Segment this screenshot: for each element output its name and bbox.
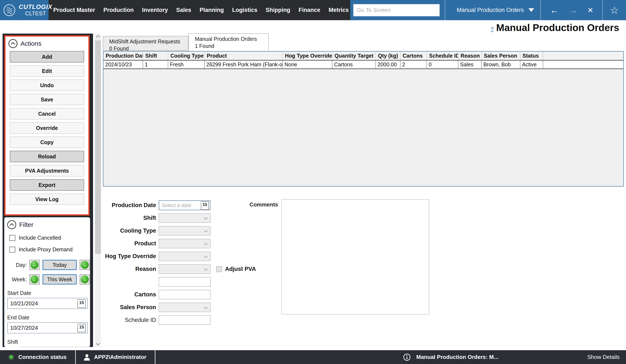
menu-sales[interactable]: Sales [176,7,192,13]
forward-arrow-icon[interactable]: → [569,6,578,15]
quantity-input[interactable] [159,277,211,287]
undo-button[interactable]: Undo [10,79,84,91]
menu-logistics[interactable]: Logistics [232,7,257,13]
cancel-button[interactable]: Cancel [10,108,84,120]
previous-day-button[interactable]: ← [29,260,39,270]
cell-quantity-target[interactable]: Cartons [332,60,376,69]
reload-button[interactable]: Reload [10,151,84,162]
next-day-button[interactable]: → [80,260,90,270]
pva-adjustments-button[interactable]: PVA Adjustments [10,165,84,176]
tab-midshift-adjustment-requests[interactable]: MidShift Adjustment Requests 0 Found [103,36,189,51]
collapse-chevron-icon[interactable] [8,39,17,48]
filter-panel-header[interactable]: Filter [7,220,90,229]
tab-manual-production-orders[interactable]: Manual Production Orders 1 Found [189,33,269,51]
sales-person-label: Sales Person [103,304,159,311]
shift-dropdown[interactable] [159,213,211,223]
cell-reason[interactable]: Sales [458,60,481,69]
cooling-type-dropdown[interactable] [159,226,211,235]
column-header[interactable]: Shift [143,52,168,60]
cell-schedule-id[interactable]: 0 [427,60,458,69]
help-link[interactable]: ? [491,26,494,33]
scrollbar-thumb[interactable] [95,40,101,254]
hog-type-override-dropdown[interactable] [159,252,211,261]
cell-production-date[interactable]: 2024/10/23 [104,60,143,69]
column-header[interactable]: Status [520,52,543,60]
start-date-input[interactable] [8,300,72,307]
schedule-id-label: Schedule ID [103,317,159,323]
edit-button[interactable]: Edit [10,65,84,77]
calendar-icon[interactable]: 15 [78,299,86,308]
back-arrow-icon[interactable]: ← [550,6,559,15]
actions-panel-header[interactable]: Actions [5,36,88,48]
end-date-input[interactable] [8,325,72,331]
menu-product-master[interactable]: Product Master [53,7,95,13]
right-arrow-icon: → [81,261,89,269]
include-cancelled-checkbox[interactable] [9,235,15,241]
export-button[interactable]: Export [10,179,84,191]
scroll-down-icon[interactable] [96,341,100,345]
include-proxy-demand-checkbox[interactable] [9,247,15,253]
menu-finance[interactable]: Finance [299,7,320,13]
column-header[interactable]: Product [204,52,282,60]
save-button[interactable]: Save [10,94,84,105]
next-week-button[interactable]: → [80,274,90,285]
top-bar: CUTLOGIX CLTEST Product Master Productio… [0,0,626,20]
override-button[interactable]: Override [10,122,84,134]
favorite-star-icon[interactable]: ☆ [603,5,626,15]
table-row[interactable]: 2024/10/23 1 Fresh 26299 Fresh Pork Ham … [104,60,623,69]
column-header[interactable]: Reason [458,52,481,60]
page-title-row: ? Manual Production Orders [491,22,619,33]
menu-planning[interactable]: Planning [199,7,224,13]
this-week-button[interactable]: This Week [42,274,77,285]
cell-cartons[interactable]: 2 [400,60,427,69]
column-header[interactable]: Hog Type Override [282,52,332,60]
column-header[interactable]: Production Date [104,52,143,60]
copy-button[interactable]: Copy [10,136,84,148]
calendar-icon[interactable]: 15 [201,201,209,210]
screen-selector-dropdown[interactable]: Manual Production Orders [450,0,540,20]
view-log-button[interactable]: View Log [10,194,84,205]
product-dropdown[interactable] [159,239,211,248]
reason-dropdown[interactable] [159,264,211,274]
column-header[interactable]: Schedule ID [427,52,458,60]
chevron-down-icon [528,8,534,12]
go-to-screen-input[interactable] [353,4,440,16]
column-header[interactable]: Qty (kg) [376,52,400,60]
cell-status[interactable]: Active [520,60,543,69]
column-header[interactable]: Quantity Target [332,52,376,60]
column-header[interactable]: Cartons [400,52,427,60]
previous-week-button[interactable]: ← [29,274,39,285]
cell-hog-type-override[interactable]: None [282,60,332,69]
cartons-input[interactable] [159,290,211,299]
collapse-chevron-icon[interactable] [7,220,16,229]
adjust-pva-checkbox[interactable] [216,266,222,272]
menu-inventory[interactable]: Inventory [142,7,168,13]
cell-sales-person[interactable]: Brown, Bob [481,60,520,69]
cell-product[interactable]: 26299 Fresh Pork Ham (Flank-off) [204,60,282,69]
close-icon[interactable]: ✕ [587,7,593,14]
today-button[interactable]: Today [42,260,77,270]
comments-textarea[interactable] [281,199,429,314]
add-button[interactable]: Add [10,51,84,63]
brand-name: CUTLOGIX [19,4,52,10]
shift-label: Shift [103,215,159,221]
shift-row: Shift [103,213,256,223]
divider [155,350,156,364]
menu-metrics[interactable]: Metrics [329,7,349,13]
column-header[interactable]: Sales Person [481,52,520,60]
cell-shift[interactable]: 1 [143,60,168,69]
sidebar-scrollbar[interactable] [95,33,101,347]
production-date-input[interactable] [159,202,196,208]
sales-person-dropdown[interactable] [159,302,211,312]
reason-row: Reason Adjust PVA [103,264,256,274]
schedule-id-input[interactable] [159,315,211,325]
calendar-icon[interactable]: 15 [78,324,86,332]
cell-qty-kg[interactable]: 2000.00 [376,60,400,69]
menu-shipping[interactable]: Shipping [266,7,290,13]
column-header[interactable]: Cooling Type [168,52,204,60]
menu-production[interactable]: Production [104,7,134,13]
top-bar-right: Manual Production Orders ← → ✕ ☆ [350,0,626,20]
show-details-link[interactable]: Show Details [587,354,620,360]
cell-cooling-type[interactable]: Fresh [168,60,204,69]
scroll-up-icon[interactable] [96,35,100,39]
